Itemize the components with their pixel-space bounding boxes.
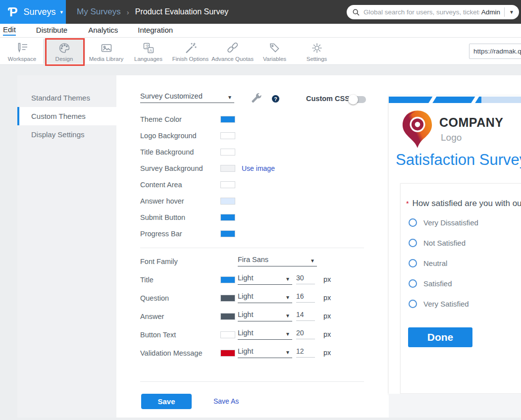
toolbar-workspace[interactable]: Workspace [1,39,43,64]
top-header-bar: Ƥ Surveys ▾ My Surveys › Product Evaluat… [0,0,521,24]
font-family-select[interactable]: Fira Sans ▼ [238,256,317,266]
tab-edit[interactable]: Edit [3,25,16,36]
chevron-down-icon: ▼ [285,350,290,355]
save-button[interactable]: Save [141,394,192,409]
validation-size-input[interactable] [296,347,315,358]
title-size-input[interactable] [296,274,315,284]
toolbar-settings[interactable]: Settings [296,39,338,64]
workspace-icon [16,42,29,54]
question-font-color-swatch[interactable] [220,295,235,302]
radio-icon[interactable] [409,279,417,288]
translate-icon: 文 A [142,42,155,54]
tab-integration[interactable]: Integration [138,26,173,35]
chevron-down-icon: ▼ [285,295,290,300]
wrench-icon[interactable] [250,92,263,105]
row-font-family: Font Family Fira Sans ▼ [140,255,373,268]
preview-survey-title: Satisfaction Survey [396,151,521,169]
row-button-text-font: Button Text Light▼ px [140,328,373,342]
survey-nav-tabs: Edit Distribute Analytics Integration [0,24,521,38]
row-validation-message-font: Validation Message Light▼ px [140,346,373,360]
toolbar-languages[interactable]: 文 A Languages [127,39,169,64]
question-size-input[interactable] [296,292,315,303]
survey-background-swatch[interactable] [220,165,235,172]
breadcrumb-my-surveys[interactable]: My Surveys [77,7,121,17]
chevron-down-icon: ▼ [285,331,290,337]
toolbar-finish-options[interactable]: Finish Options [169,39,211,64]
answer-weight-select[interactable]: Light▼ [238,311,292,321]
divider [504,7,505,17]
preview-option-satisfied[interactable]: Satisfied [409,279,452,288]
validation-message-color-swatch[interactable] [220,350,235,357]
title-font-color-swatch[interactable] [220,276,235,283]
admin-dropdown-caret-icon[interactable]: ▼ [509,9,514,15]
validation-weight-select[interactable]: Light▼ [238,347,292,358]
row-content-area: Content Area [140,178,368,192]
row-progress-bar: Progress Bar [140,227,368,241]
company-pin-logo-icon [401,109,434,149]
row-logo-background: Logo Background [140,129,368,143]
radio-icon[interactable] [409,218,417,227]
preview-footer-area [389,394,521,418]
sidebar-item-display-settings[interactable]: Display Settings [17,125,116,144]
theme-color-swatch[interactable] [220,116,235,123]
themes-sidebar: Standard Themes Custom Themes Display Se… [17,75,116,418]
image-icon [100,42,113,54]
sidebar-item-standard-themes[interactable]: Standard Themes [17,89,116,107]
global-search-bar[interactable]: Admin ▼ [347,5,519,19]
logo-background-swatch[interactable] [220,132,235,139]
preview-option-very-dissatisfied[interactable]: Very Dissatisfied [409,218,478,227]
toolbar-variables[interactable]: Variables [254,39,296,64]
preview-logo-subtext: Logo [441,132,462,143]
help-icon[interactable]: ? [272,95,279,103]
row-question-font: Question Light▼ px [140,291,373,305]
save-as-link[interactable]: Save As [213,397,239,405]
submit-button-swatch[interactable] [220,214,235,221]
app-name: Surveys [24,7,56,17]
row-survey-background: Survey Background Use image [140,161,368,175]
preview-progress-bar [389,97,521,103]
content-area-swatch[interactable] [220,181,235,188]
sidebar-item-custom-themes[interactable]: Custom Themes [17,107,116,125]
radio-icon[interactable] [409,300,417,308]
row-submit-button: Submit Button [140,210,368,224]
preview-option-neutral[interactable]: Neutral [409,259,447,267]
tab-analytics[interactable]: Analytics [88,26,118,35]
answer-size-input[interactable] [296,311,315,321]
button-text-weight-select[interactable]: Light▼ [238,329,292,340]
title-background-swatch[interactable] [220,149,235,156]
use-image-link[interactable]: Use image [242,164,275,172]
chevron-down-icon: ▼ [310,258,315,263]
magic-wand-icon [184,42,197,54]
preview-option-not-satisfied[interactable]: Not Satisfied [409,239,466,247]
admin-user-label[interactable]: Admin [481,8,500,16]
design-page: Standard Themes Custom Themes Display Se… [0,65,521,420]
row-title-background: Title Background [140,145,368,159]
toolbar-advance-quotas[interactable]: Advance Quotas [211,39,254,64]
survey-url-field[interactable] [469,44,521,59]
row-title-font: Title Light▼ px [140,273,373,287]
button-text-color-swatch[interactable] [220,331,235,338]
breadcrumb: My Surveys › Product Evaluation Survey [77,0,228,24]
search-input[interactable] [364,8,479,16]
toolbar-media-library[interactable]: Media Library [85,39,127,64]
breadcrumb-separator: › [127,8,129,16]
proprofs-logo-icon: Ƥ [8,5,18,19]
tab-distribute[interactable]: Distribute [36,26,67,35]
app-logo-surveys-menu[interactable]: Ƥ Surveys ▾ [0,0,66,24]
preview-option-very-satisfied[interactable]: Very Satisfied [409,300,469,308]
radio-icon[interactable] [409,259,417,267]
question-weight-select[interactable]: Light▼ [238,292,292,303]
theme-select[interactable]: Survey Customized ▼ [140,92,234,103]
answer-hover-swatch[interactable] [220,198,235,205]
title-weight-select[interactable]: Light▼ [238,274,292,285]
row-answer-hover: Answer hover [140,194,368,208]
preview-done-button[interactable]: Done [408,327,472,347]
progress-bar-swatch[interactable] [220,230,235,237]
gear-icon [311,42,323,54]
answer-font-color-swatch[interactable] [220,313,235,320]
custom-css-toggle[interactable] [349,96,366,103]
radio-icon[interactable] [409,239,417,247]
button-text-size-input[interactable] [296,329,315,339]
required-asterisk: * [406,200,409,208]
divider [140,248,364,248]
